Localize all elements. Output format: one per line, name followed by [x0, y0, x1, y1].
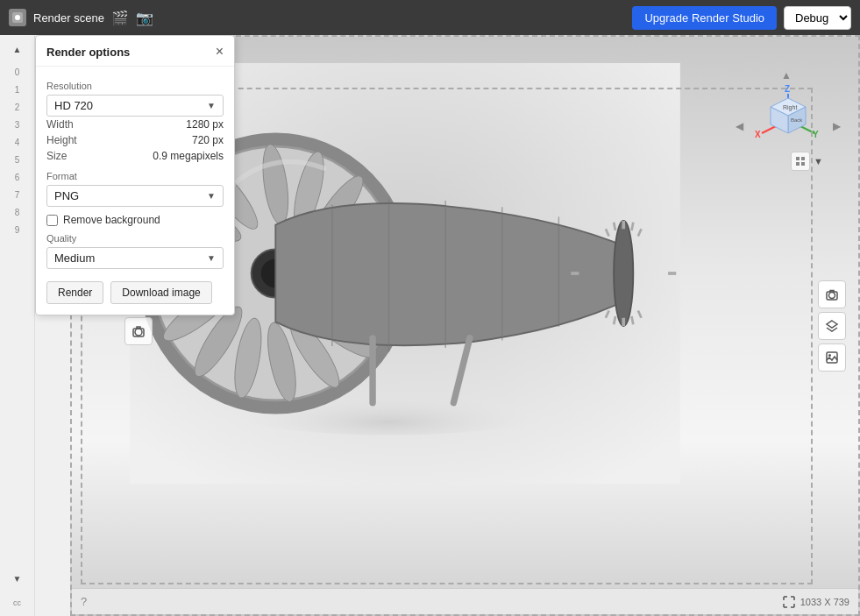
debug-select[interactable]: Debug	[784, 6, 851, 30]
rotate-right-arrow[interactable]: ▶	[833, 120, 841, 132]
svg-text:Z: Z	[785, 85, 790, 94]
fullscreen-icon	[783, 596, 795, 608]
svg-text:Y: Y	[813, 130, 819, 139]
camera-viewport-button[interactable]	[124, 317, 153, 345]
quality-label: Quality	[46, 233, 224, 244]
ruler-num-3: 3	[15, 117, 20, 133]
ruler-num-8: 8	[15, 205, 20, 221]
cube-controls[interactable]: ▼	[791, 152, 823, 171]
dimensions-display: 1033 X 739	[800, 597, 849, 607]
ruler-numbers: 0 1 2 3 4 5 6 7 8 9	[15, 65, 20, 238]
width-value: 1280 px	[186, 118, 224, 131]
svg-point-59	[828, 354, 831, 357]
height-value: 720 px	[192, 134, 224, 146]
svg-text:Back: Back	[791, 117, 803, 123]
svg-text:X: X	[755, 130, 761, 139]
cube-icon[interactable]	[791, 152, 810, 171]
bottom-left: ?	[81, 595, 87, 608]
render-button[interactable]: Render	[46, 281, 103, 304]
svg-rect-50	[796, 157, 800, 160]
topbar: Render scene 🎬 📷 Upgrade Render Studio D…	[0, 0, 860, 35]
svg-rect-51	[801, 157, 805, 160]
quality-value: Medium	[54, 251, 95, 265]
topbar-title: Render scene	[33, 11, 104, 25]
size-label: Size	[46, 150, 67, 162]
format-select[interactable]: PNG ▼	[46, 185, 224, 207]
scroll-down-arrow[interactable]: ▼	[11, 571, 25, 585]
quality-select[interactable]: Medium ▼	[46, 247, 224, 269]
right-toolbar	[818, 280, 846, 372]
size-value: 0.9 megapixels	[153, 150, 224, 162]
panel-body: Resolution HD 720 ▼ Width 1280 px Height…	[36, 67, 234, 304]
ruler-label: cc	[13, 598, 21, 607]
format-label: Format	[46, 171, 224, 181]
panel-header: Render options ×	[36, 36, 234, 67]
cube-svg: Z X Y Right Back	[753, 85, 823, 155]
toolbar-camera-button[interactable]	[818, 280, 846, 308]
left-strip: ▲ 0 1 2 3 4 5 6 7 8 9 ▼ cc	[0, 35, 35, 616]
scroll-up-arrow[interactable]: ▲	[11, 42, 25, 56]
height-label: Height	[46, 134, 77, 146]
svg-line-27	[631, 223, 633, 230]
actions-row: Render Download image	[46, 281, 224, 304]
bottom-right: 1033 X 739	[783, 596, 849, 608]
toolbar-layers-button[interactable]	[818, 312, 846, 340]
quality-dropdown-arrow: ▼	[207, 253, 216, 263]
ruler-num-1: 1	[15, 82, 20, 98]
render-scene-icon	[9, 9, 26, 26]
topbar-icon3[interactable]: 📷	[136, 10, 153, 26]
topbar-right: Upgrade Render Studio Debug	[632, 6, 851, 30]
svg-text:Right: Right	[783, 104, 797, 111]
width-row: Width 1280 px	[46, 117, 224, 132]
ruler-num-0: 0	[15, 65, 20, 81]
svg-point-1	[15, 15, 20, 20]
ruler-num-7: 7	[15, 188, 20, 203]
main-area: ▲ 0 1 2 3 4 5 6 7 8 9 ▼ cc Render option…	[0, 35, 860, 616]
size-row: Size 0.9 megapixels	[46, 148, 224, 164]
upgrade-button[interactable]: Upgrade Render Studio	[632, 6, 777, 30]
remove-bg-checkbox[interactable]	[46, 215, 58, 226]
render-options-panel: Render options × Resolution HD 720 ▼ Wid…	[35, 35, 235, 315]
svg-line-26	[614, 223, 615, 230]
navigation-cube[interactable]: Z X Y Right Back	[753, 85, 823, 155]
close-button[interactable]: ×	[216, 45, 224, 59]
topbar-left: Render scene 🎬 📷	[9, 9, 153, 26]
resolution-select[interactable]: HD 720 ▼	[46, 95, 224, 117]
resolution-dropdown-arrow: ▼	[207, 101, 216, 110]
topbar-icon2[interactable]: 🎬	[111, 10, 129, 26]
bottom-bar: ? 1033 X 739	[72, 588, 858, 614]
ruler-num-6: 6	[15, 170, 20, 186]
ruler-num-5: 5	[15, 152, 20, 168]
download-image-button[interactable]: Download image	[110, 281, 211, 304]
resolution-label: Resolution	[46, 81, 224, 91]
svg-point-56	[829, 292, 835, 298]
ruler-num-2: 2	[15, 100, 20, 116]
rotate-left-arrow[interactable]: ◀	[736, 120, 743, 132]
height-row: Height 720 px	[46, 132, 224, 148]
format-value: PNG	[54, 189, 79, 202]
svg-point-24	[614, 221, 633, 326]
width-label: Width	[46, 118, 74, 131]
remove-bg-label: Remove background	[63, 214, 160, 226]
cube-dropdown-arrow[interactable]: ▼	[814, 156, 823, 166]
ruler-num-4: 4	[15, 135, 20, 151]
svg-rect-53	[801, 162, 805, 166]
svg-point-54	[135, 329, 142, 336]
remove-bg-row: Remove background	[46, 214, 224, 226]
resolution-value: HD 720	[54, 99, 93, 112]
rotate-up-arrow[interactable]: ▲	[781, 69, 792, 81]
svg-rect-52	[796, 162, 800, 166]
panel-title: Render options	[46, 46, 130, 59]
ruler-num-9: 9	[15, 223, 20, 238]
help-icon[interactable]: ?	[81, 595, 87, 608]
svg-line-32	[631, 316, 633, 324]
toolbar-image-button[interactable]	[818, 343, 846, 372]
svg-line-31	[614, 316, 615, 324]
format-dropdown-arrow: ▼	[207, 191, 216, 201]
